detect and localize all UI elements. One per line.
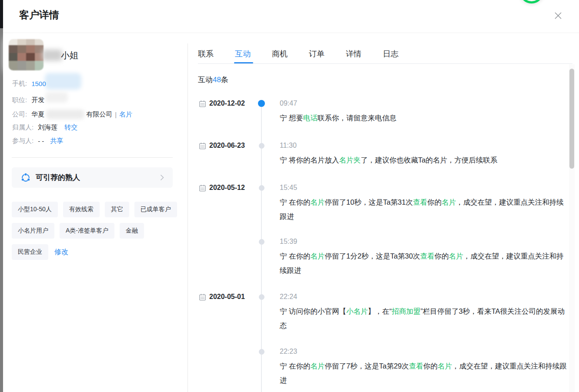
interaction-count-number: 48 xyxy=(213,76,221,84)
tab-opportunity[interactable]: 商机 xyxy=(272,49,288,59)
text-segment: 宁 在你的 xyxy=(280,252,311,260)
timeline-text: 宁 在你的名片停留了10秒，这是Ta第31次查看你的名片，成交在望，建议重点关注… xyxy=(280,195,569,224)
participant-value: - - xyxy=(38,137,44,145)
timeline-dot xyxy=(259,143,264,149)
text-segment-highlight: 查看 xyxy=(420,252,435,260)
timeline-date-label: 2020-05-12 xyxy=(209,184,245,192)
timeline-text: 宁 想要电话联系你，请留意来电信息 xyxy=(280,111,569,125)
calendar-icon xyxy=(199,184,206,192)
tag[interactable]: A类-准签单客户 xyxy=(60,223,114,239)
timeline-time: 15:39 xyxy=(280,238,297,246)
text-segment: 停留了1分2秒，这是Ta第30次 xyxy=(325,252,420,260)
profile-divider xyxy=(12,157,173,158)
text-segment-highlight: 电话 xyxy=(303,114,318,122)
text-segment-highlight: 名片 xyxy=(442,198,456,206)
redacted-phone xyxy=(45,73,81,90)
text-segment: 你的 xyxy=(435,252,449,260)
phone-label: 手机: xyxy=(12,80,27,88)
tab-interaction[interactable]: 互动 xyxy=(235,49,251,59)
chevron-right-icon xyxy=(160,174,164,181)
text-segment: 宁 在你的 xyxy=(280,198,311,206)
position-value: 开发 xyxy=(31,96,44,104)
share-network-icon xyxy=(21,173,30,183)
timeline-dot-active xyxy=(258,100,265,107)
text-segment: 了，建议你也收藏Ta的名片，方便后续联系 xyxy=(361,156,497,164)
background-sidebar-edge xyxy=(0,0,3,28)
text-segment-highlight: 名片 xyxy=(449,252,463,260)
company-prefix: 华夏 xyxy=(31,110,44,119)
company-separator: | xyxy=(115,111,117,118)
tab-detail[interactable]: 详情 xyxy=(346,49,361,59)
participant-label: 参与人: xyxy=(12,137,33,145)
text-segment-highlight: 名片 xyxy=(438,362,452,370)
tab-order[interactable]: 订单 xyxy=(309,49,325,59)
text-segment: 宁 访问你的小官网【 xyxy=(280,307,346,315)
tag[interactable]: 其它 xyxy=(105,202,129,217)
text-segment-highlight: 名片 xyxy=(311,252,325,260)
timeline-time: 11:30 xyxy=(280,142,297,149)
tag[interactable]: 小型10-50人 xyxy=(12,202,58,217)
timeline-time: 09:47 xyxy=(280,100,297,107)
text-segment-highlight: 招商加盟 xyxy=(392,307,421,315)
page-title: 客户详情 xyxy=(19,8,59,22)
customer-name-suffix: 小姐 xyxy=(61,50,78,61)
business-card-link[interactable]: 名片 xyxy=(119,110,132,119)
text-segment-highlight: 名片 xyxy=(311,362,325,370)
owner-label: 归属人: xyxy=(12,123,33,132)
close-icon xyxy=(555,12,562,19)
timeline-time: 22:23 xyxy=(280,348,297,355)
referral-card[interactable]: 可引荐的熟人 xyxy=(12,167,173,188)
scrollbar-thumb[interactable] xyxy=(569,69,574,169)
timeline-dot xyxy=(259,239,264,245)
phone-value[interactable]: 1500 xyxy=(31,80,46,87)
text-segment-highlight: 小名片 xyxy=(346,307,368,315)
tag[interactable]: 金融 xyxy=(120,223,144,239)
tag[interactable]: 已成单客户 xyxy=(134,202,177,217)
transfer-link[interactable]: 转交 xyxy=(64,123,77,132)
text-segment: 】，在“ xyxy=(368,307,392,315)
timeline-text: 宁 在你的名片停留了7秒，这是Ta第29次查看你的名片，成交在望，建议重点关注和… xyxy=(280,359,569,388)
timeline-text: 宁 将你的名片放入名片夹了，建议你也收藏Ta的名片，方便后续联系 xyxy=(280,153,569,167)
tag-list: 小型10-50人 有效线索 其它 已成单客户 小名片用户 A类-准签单客户 金融… xyxy=(12,202,177,260)
avatar xyxy=(9,39,44,70)
share-link[interactable]: 共享 xyxy=(50,137,63,145)
redacted-position xyxy=(45,92,68,103)
tag[interactable]: 有效线索 xyxy=(63,202,100,217)
tab-bar-divider xyxy=(198,63,572,64)
timeline-date: 2020-05-01 xyxy=(199,293,245,301)
owner-value: 刘海莲 xyxy=(38,123,57,132)
header-divider xyxy=(3,33,579,33)
timeline-date-label: 2020-06-23 xyxy=(209,142,245,149)
interaction-count-prefix: 互动 xyxy=(198,76,213,84)
interaction-count-suffix: 条 xyxy=(221,76,228,84)
redacted-name xyxy=(42,50,62,61)
tab-bar: 联系 互动 商机 订单 详情 日志 xyxy=(198,49,398,59)
text-segment: 停留了7秒，这是Ta第29次 xyxy=(325,362,409,370)
tag[interactable]: 小名片用户 xyxy=(12,223,54,239)
close-button[interactable] xyxy=(552,9,565,22)
text-segment: 你的 xyxy=(427,198,442,206)
profile-row-participant: 参与人: - - 共享 xyxy=(12,137,63,145)
edit-tags-link[interactable]: 修改 xyxy=(54,246,69,259)
timeline-date: 2020-12-02 xyxy=(199,100,245,107)
timeline-dot xyxy=(259,185,264,191)
tab-contact[interactable]: 联系 xyxy=(198,49,214,59)
text-segment: 宁 想要 xyxy=(280,114,303,122)
text-segment-highlight: 名片夹 xyxy=(339,156,361,164)
text-segment: 停留了10秒，这是Ta第31次 xyxy=(325,198,413,206)
timeline-date: 2020-05-12 xyxy=(199,184,245,192)
calendar-icon xyxy=(199,100,206,107)
company-label: 公司: xyxy=(12,110,27,119)
tag[interactable]: 民营企业 xyxy=(12,244,48,260)
calendar-icon xyxy=(199,142,206,149)
profile-row-phone: 手机: 1500 xyxy=(12,80,46,88)
calendar-icon xyxy=(199,293,206,301)
text-segment: 你的 xyxy=(423,362,438,370)
text-segment-highlight: 名片 xyxy=(311,198,325,206)
tab-log[interactable]: 日志 xyxy=(383,49,398,59)
text-segment-highlight: 查看 xyxy=(409,362,423,370)
interaction-count: 互动48条 xyxy=(198,75,228,85)
timeline-date-label: 2020-12-02 xyxy=(209,100,245,107)
text-segment: 联系你，请留意来电信息 xyxy=(318,114,397,122)
position-label: 职位: xyxy=(12,96,27,104)
